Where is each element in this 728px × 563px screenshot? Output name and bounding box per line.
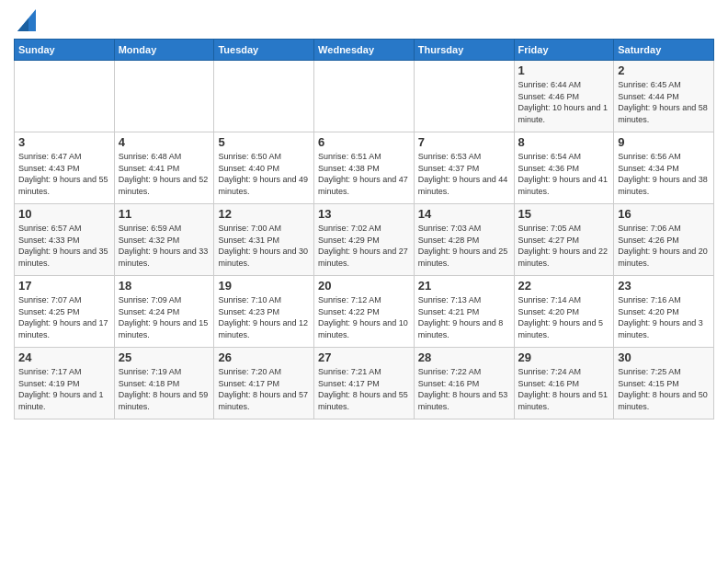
calendar-cell: 9Sunrise: 6:56 AM Sunset: 4:34 PM Daylig… — [614, 132, 714, 204]
day-number: 24 — [18, 350, 110, 364]
day-info: Sunrise: 7:13 AM Sunset: 4:21 PM Dayligh… — [418, 294, 510, 340]
day-number: 7 — [418, 135, 510, 149]
header-cell: Sunday — [15, 40, 115, 61]
calendar-row: 1Sunrise: 6:44 AM Sunset: 4:46 PM Daylig… — [15, 61, 714, 132]
calendar-cell: 30Sunrise: 7:25 AM Sunset: 4:15 PM Dayli… — [614, 348, 714, 419]
calendar-cell: 12Sunrise: 7:00 AM Sunset: 4:31 PM Dayli… — [214, 204, 314, 276]
calendar-cell: 26Sunrise: 7:20 AM Sunset: 4:17 PM Dayli… — [214, 348, 314, 419]
day-info: Sunrise: 7:14 AM Sunset: 4:20 PM Dayligh… — [518, 294, 610, 340]
day-number: 27 — [318, 350, 410, 364]
day-number: 14 — [418, 207, 510, 221]
calendar-cell: 13Sunrise: 7:02 AM Sunset: 4:29 PM Dayli… — [314, 204, 415, 276]
day-info: Sunrise: 6:50 AM Sunset: 4:40 PM Dayligh… — [218, 151, 310, 197]
day-number: 28 — [418, 350, 510, 364]
header — [14, 9, 714, 31]
calendar-row: 3Sunrise: 6:47 AM Sunset: 4:43 PM Daylig… — [15, 132, 714, 204]
day-number: 12 — [218, 207, 310, 221]
calendar-cell: 3Sunrise: 6:47 AM Sunset: 4:43 PM Daylig… — [15, 132, 115, 204]
day-info: Sunrise: 7:09 AM Sunset: 4:24 PM Dayligh… — [119, 294, 210, 340]
calendar-cell: 5Sunrise: 6:50 AM Sunset: 4:40 PM Daylig… — [214, 132, 314, 204]
page: SundayMondayTuesdayWednesdayThursdayFrid… — [0, 0, 728, 563]
calendar-cell: 7Sunrise: 6:53 AM Sunset: 4:37 PM Daylig… — [414, 132, 514, 204]
day-info: Sunrise: 6:45 AM Sunset: 4:44 PM Dayligh… — [618, 79, 710, 125]
day-info: Sunrise: 7:00 AM Sunset: 4:31 PM Dayligh… — [218, 223, 310, 269]
day-info: Sunrise: 6:56 AM Sunset: 4:34 PM Dayligh… — [618, 151, 710, 197]
day-info: Sunrise: 7:02 AM Sunset: 4:29 PM Dayligh… — [318, 223, 410, 269]
calendar-cell: 15Sunrise: 7:05 AM Sunset: 4:27 PM Dayli… — [514, 204, 614, 276]
day-number: 8 — [518, 135, 610, 149]
day-info: Sunrise: 7:06 AM Sunset: 4:26 PM Dayligh… — [618, 223, 710, 269]
day-number: 15 — [518, 207, 610, 221]
day-number: 20 — [318, 279, 410, 293]
day-info: Sunrise: 6:48 AM Sunset: 4:41 PM Dayligh… — [119, 151, 210, 197]
day-info: Sunrise: 7:12 AM Sunset: 4:22 PM Dayligh… — [318, 294, 410, 340]
calendar-cell: 10Sunrise: 6:57 AM Sunset: 4:33 PM Dayli… — [15, 204, 115, 276]
day-info: Sunrise: 7:19 AM Sunset: 4:18 PM Dayligh… — [119, 366, 210, 412]
calendar-row: 10Sunrise: 6:57 AM Sunset: 4:33 PM Dayli… — [15, 204, 714, 276]
day-info: Sunrise: 6:59 AM Sunset: 4:32 PM Dayligh… — [119, 223, 210, 269]
calendar-cell: 19Sunrise: 7:10 AM Sunset: 4:23 PM Dayli… — [214, 276, 314, 348]
day-number: 10 — [18, 207, 110, 221]
day-number: 3 — [18, 135, 110, 149]
calendar-cell: 23Sunrise: 7:16 AM Sunset: 4:20 PM Dayli… — [614, 276, 714, 348]
calendar-cell: 4Sunrise: 6:48 AM Sunset: 4:41 PM Daylig… — [114, 132, 214, 204]
day-info: Sunrise: 7:05 AM Sunset: 4:27 PM Dayligh… — [518, 223, 610, 269]
day-info: Sunrise: 6:57 AM Sunset: 4:33 PM Dayligh… — [18, 223, 110, 269]
calendar-cell — [214, 61, 314, 132]
calendar-cell: 20Sunrise: 7:12 AM Sunset: 4:22 PM Dayli… — [314, 276, 415, 348]
calendar-cell — [15, 61, 115, 132]
day-info: Sunrise: 7:25 AM Sunset: 4:15 PM Dayligh… — [618, 366, 710, 412]
day-info: Sunrise: 6:53 AM Sunset: 4:37 PM Dayligh… — [418, 151, 510, 197]
day-number: 18 — [119, 279, 210, 293]
day-number: 16 — [618, 207, 710, 221]
calendar-cell: 2Sunrise: 6:45 AM Sunset: 4:44 PM Daylig… — [614, 61, 714, 132]
calendar-cell: 8Sunrise: 6:54 AM Sunset: 4:36 PM Daylig… — [514, 132, 614, 204]
day-number: 30 — [618, 350, 710, 364]
day-info: Sunrise: 7:24 AM Sunset: 4:16 PM Dayligh… — [518, 366, 610, 412]
day-info: Sunrise: 7:17 AM Sunset: 4:19 PM Dayligh… — [18, 366, 110, 412]
day-number: 9 — [618, 135, 710, 149]
calendar-cell: 27Sunrise: 7:21 AM Sunset: 4:17 PM Dayli… — [314, 348, 415, 419]
calendar-row: 17Sunrise: 7:07 AM Sunset: 4:25 PM Dayli… — [15, 276, 714, 348]
calendar-cell: 28Sunrise: 7:22 AM Sunset: 4:16 PM Dayli… — [414, 348, 514, 419]
header-cell: Thursday — [414, 40, 514, 61]
calendar-cell: 29Sunrise: 7:24 AM Sunset: 4:16 PM Dayli… — [514, 348, 614, 419]
calendar-cell: 21Sunrise: 7:13 AM Sunset: 4:21 PM Dayli… — [414, 276, 514, 348]
day-number: 11 — [119, 207, 210, 221]
day-number: 23 — [618, 279, 710, 293]
header-cell: Friday — [514, 40, 614, 61]
day-number: 6 — [318, 135, 410, 149]
calendar-cell: 24Sunrise: 7:17 AM Sunset: 4:19 PM Dayli… — [15, 348, 115, 419]
header-cell: Tuesday — [214, 40, 314, 61]
logo-icon — [17, 9, 36, 31]
calendar-cell — [414, 61, 514, 132]
calendar-cell — [314, 61, 415, 132]
header-cell: Monday — [114, 40, 214, 61]
calendar-cell: 1Sunrise: 6:44 AM Sunset: 4:46 PM Daylig… — [514, 61, 614, 132]
calendar-table: SundayMondayTuesdayWednesdayThursdayFrid… — [14, 39, 714, 419]
header-cell: Wednesday — [314, 40, 415, 61]
day-number: 22 — [518, 279, 610, 293]
header-cell: Saturday — [614, 40, 714, 61]
day-info: Sunrise: 6:51 AM Sunset: 4:38 PM Dayligh… — [318, 151, 410, 197]
day-info: Sunrise: 7:16 AM Sunset: 4:20 PM Dayligh… — [618, 294, 710, 340]
day-number: 4 — [119, 135, 210, 149]
day-info: Sunrise: 6:44 AM Sunset: 4:46 PM Dayligh… — [518, 79, 610, 125]
calendar-cell — [114, 61, 214, 132]
day-number: 21 — [418, 279, 510, 293]
day-number: 2 — [618, 63, 710, 77]
day-number: 5 — [218, 135, 310, 149]
day-info: Sunrise: 7:07 AM Sunset: 4:25 PM Dayligh… — [18, 294, 110, 340]
day-info: Sunrise: 7:22 AM Sunset: 4:16 PM Dayligh… — [418, 366, 510, 412]
day-info: Sunrise: 7:03 AM Sunset: 4:28 PM Dayligh… — [418, 223, 510, 269]
calendar-cell: 16Sunrise: 7:06 AM Sunset: 4:26 PM Dayli… — [614, 204, 714, 276]
day-number: 17 — [18, 279, 110, 293]
calendar-cell: 6Sunrise: 6:51 AM Sunset: 4:38 PM Daylig… — [314, 132, 415, 204]
calendar-cell: 14Sunrise: 7:03 AM Sunset: 4:28 PM Dayli… — [414, 204, 514, 276]
calendar-cell: 11Sunrise: 6:59 AM Sunset: 4:32 PM Dayli… — [114, 204, 214, 276]
day-info: Sunrise: 7:10 AM Sunset: 4:23 PM Dayligh… — [218, 294, 310, 340]
day-number: 13 — [318, 207, 410, 221]
day-number: 29 — [518, 350, 610, 364]
calendar-cell: 18Sunrise: 7:09 AM Sunset: 4:24 PM Dayli… — [114, 276, 214, 348]
day-number: 1 — [518, 63, 610, 77]
